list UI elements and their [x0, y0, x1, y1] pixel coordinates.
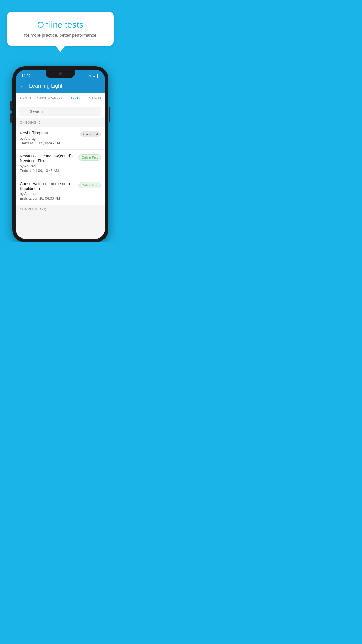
test-name: Newton's Second law(contd)-Newton's Thir… [20, 154, 76, 163]
phone-screen: 14:29 ▾ ▲ ▌ ← Learning Light MENTS ANNOU… [16, 70, 105, 239]
class-test-badge: Class Test [80, 131, 101, 137]
tabs-container: MENTS ANNOUNCEMENTS TESTS VIDEOS [16, 93, 105, 104]
phone-mockup: 14:29 ▾ ▲ ▌ ← Learning Light MENTS ANNOU… [12, 66, 108, 242]
test-info: Reshuffling test by Anurag Starts at Jul… [20, 131, 78, 145]
tab-videos[interactable]: VIDEOS [85, 93, 105, 104]
search-wrapper: 🔍 [19, 107, 101, 116]
test-by: by Anurag [20, 192, 76, 196]
online-test-badge: Online Test [78, 154, 101, 161]
ongoing-section-label: ONGOING (3) [16, 118, 105, 127]
wifi-icon: ▾ [89, 74, 91, 78]
status-time: 14:29 [22, 74, 30, 78]
search-container: 🔍 [16, 104, 105, 118]
phone-frame: 14:29 ▾ ▲ ▌ ← Learning Light MENTS ANNOU… [12, 66, 108, 242]
online-test-badge: Online Test [78, 182, 101, 188]
test-date: Ends at Jul 06, 10:45 AM [20, 169, 76, 173]
test-info: Conservation of momentum-Equilibrium by … [20, 181, 76, 201]
hero-subtitle: for more practice, better performance [16, 33, 104, 38]
power-button [109, 107, 110, 122]
test-info: Newton's Second law(contd)-Newton's Thir… [20, 154, 76, 173]
back-button[interactable]: ← [20, 83, 26, 89]
list-item[interactable]: Reshuffling test by Anurag Starts at Jul… [16, 127, 105, 150]
status-icons: ▾ ▲ ▌ [89, 74, 99, 78]
app-title: Learning Light [29, 83, 62, 89]
test-name: Reshuffling test [20, 131, 78, 135]
volume-up-button [10, 101, 12, 111]
test-by: by Anurag [20, 136, 78, 141]
test-date: Ends at Jun 10, 06:00 PM [20, 197, 76, 201]
hero-title: Online tests [16, 20, 104, 30]
volume-down-button [10, 113, 12, 123]
app-header: ← Learning Light [16, 80, 105, 93]
completed-section-label: COMPLETED (1) [16, 205, 105, 213]
signal-icon: ▲ [92, 74, 96, 78]
tab-assignments[interactable]: MENTS [16, 93, 35, 104]
phone-notch [46, 70, 75, 78]
tab-announcements[interactable]: ANNOUNCEMENTS [35, 93, 66, 104]
search-input[interactable] [19, 107, 101, 116]
list-item[interactable]: Newton's Second law(contd)-Newton's Thir… [16, 150, 105, 177]
speech-bubble: Online tests for more practice, better p… [7, 12, 114, 46]
test-name: Conservation of momentum-Equilibrium [20, 181, 76, 191]
list-item[interactable]: Conservation of momentum-Equilibrium by … [16, 177, 105, 205]
tab-tests[interactable]: TESTS [66, 93, 85, 104]
hero-section: Online tests for more practice, better p… [0, 0, 121, 52]
test-by: by Anurag [20, 164, 76, 168]
battery-icon: ▌ [97, 74, 99, 78]
front-camera [59, 72, 62, 75]
test-date: Starts at Jul 05, 05:45 PM [20, 141, 78, 145]
